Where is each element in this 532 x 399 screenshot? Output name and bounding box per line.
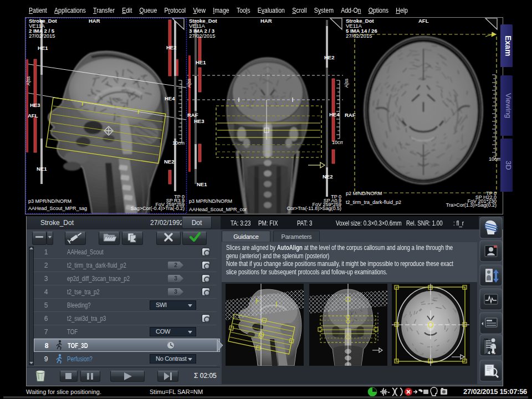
- svg-text:AAHead_Scout_MPR_sag: AAHead_Scout_MPR_sag: [28, 206, 87, 211]
- svg-text:HAR: HAR: [89, 18, 100, 24]
- svg-text:27/02/2015: 27/02/2015: [29, 33, 55, 39]
- svg-text:p3 MPR/ND/NORM: p3 MPR/ND/NORM: [189, 198, 232, 204]
- svg-text:HE3: HE3: [30, 102, 40, 108]
- svg-text:HE2: HE2: [324, 54, 334, 60]
- svg-text:HAR: HAR: [260, 18, 272, 24]
- svg-text:Tra>Cor(1.3)>Sag(0.2): Tra>Cor(1.3)>Sag(0.2): [446, 202, 497, 208]
- svg-text:HE4: HE4: [329, 111, 340, 117]
- svg-text:A|ss: A|ss: [344, 79, 349, 88]
- svg-text:RAF: RAF: [345, 112, 356, 118]
- svg-text:p3 MPR/ND/NORM: p3 MPR/ND/NORM: [28, 198, 71, 204]
- svg-text:HE2: HE2: [166, 44, 176, 50]
- svg-text:10cm: 10cm: [489, 156, 501, 162]
- svg-text:AFL: AFL: [418, 18, 429, 24]
- svg-text:NE2: NE2: [164, 158, 174, 165]
- svg-text:RAF: RAF: [187, 112, 198, 118]
- svg-text:Cor>Tra(-11.8)>Sag(0.5): Cor>Tra(-11.8)>Sag(0.5): [287, 206, 341, 211]
- svg-text:27/02/2015: 27/02/2015: [346, 33, 372, 39]
- svg-text:p2 M/ND/NORM: p2 M/ND/NORM: [346, 191, 382, 196]
- svg-text:HE1: HE1: [196, 59, 206, 65]
- svg-text:A|ss: A|ss: [186, 79, 192, 88]
- svg-text:27/02/2015: 27/02/2015: [189, 33, 216, 39]
- svg-text:NE1: NE1: [197, 181, 207, 187]
- svg-text:10cm: 10cm: [332, 140, 344, 145]
- svg-text:t2_tirm_tra_dark-fluid_p2: t2_tirm_tra_dark-fluid_p2: [346, 200, 401, 205]
- svg-text:10cm: 10cm: [172, 140, 185, 146]
- svg-text:NE1: NE1: [37, 166, 47, 172]
- svg-text:AAHead_Scout_MPR_cor: AAHead_Scout_MPR_cor: [189, 207, 247, 212]
- svg-text:HE1: HE1: [38, 45, 48, 51]
- svg-text:4 %: 4 %: [488, 350, 495, 355]
- svg-text:AFL: AFL: [28, 112, 38, 119]
- svg-text:Sag>Cor(-0.4)>Tra(-0.2): Sag>Cor(-0.4)>Tra(-0.2): [131, 206, 185, 211]
- svg-text:NE2: NE2: [323, 173, 332, 180]
- svg-text:A|ss: A|ss: [25, 76, 31, 85]
- svg-text:HE3: HE3: [194, 118, 204, 124]
- svg-text:HE4: HE4: [165, 95, 175, 101]
